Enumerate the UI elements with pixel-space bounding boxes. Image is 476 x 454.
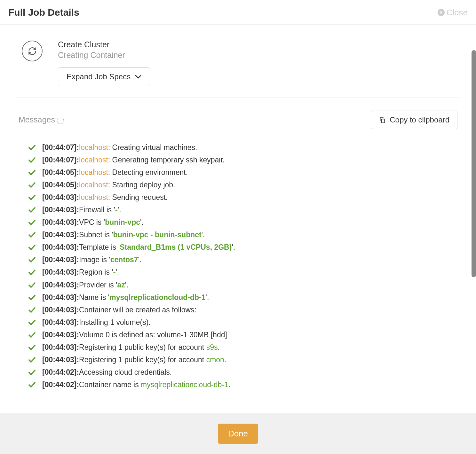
job-info: Create Cluster Creating Container Expand…	[58, 39, 150, 86]
log-text: '.	[202, 231, 205, 239]
log-row: [00:44:03]:Name is 'mysqlreplicationclou…	[28, 291, 457, 304]
check-icon	[28, 368, 36, 376]
page-title: Full Job Details	[8, 7, 79, 18]
check-icon	[28, 181, 36, 189]
log-row: [00:44:07]:localhost: Creating virtual m…	[28, 141, 457, 154]
expand-job-specs-button[interactable]: Expand Job Specs	[58, 67, 150, 86]
log-timestamp: [00:44:05]:	[42, 168, 79, 176]
log-link[interactable]: mysqlreplicationcloud-db-1	[141, 380, 228, 389]
log-message: Starting deploy job.	[112, 181, 175, 189]
log-row: [00:44:07]:localhost: Generating tempora…	[28, 154, 457, 166]
messages-header: Messages Copy to clipboard	[15, 111, 461, 129]
log-text: Region is '	[79, 268, 113, 276]
log-text: :	[108, 181, 112, 189]
check-icon	[28, 268, 36, 276]
check-icon	[28, 206, 36, 214]
check-icon	[28, 256, 36, 263]
log-row: [00:44:03]:Installing 1 volume(s).	[28, 316, 457, 329]
check-icon	[28, 243, 36, 251]
messages-section: Messages Copy to clipboard [00:44:07]:lo…	[15, 98, 461, 391]
log-text: Subnet is '	[79, 231, 113, 239]
log-text: Firewall is '	[79, 206, 115, 214]
log-timestamp: [00:44:03]:	[42, 268, 79, 276]
job-title: Create Cluster	[58, 39, 150, 50]
done-button[interactable]: Done	[218, 424, 258, 444]
log-timestamp: [00:44:03]:	[42, 218, 79, 226]
job-summary: Create Cluster Creating Container Expand…	[15, 25, 461, 98]
copy-to-clipboard-button[interactable]: Copy to clipboard	[371, 111, 457, 129]
log-value: mysqlreplicationcloud-db-1	[109, 293, 205, 301]
log-text: Image is '	[79, 255, 110, 264]
log-link[interactable]: cmon	[206, 356, 224, 364]
log-text: Name is '	[79, 293, 109, 301]
log-text: Provider is '	[79, 281, 117, 289]
log-row: [00:44:03]:Image is 'centos7'.	[28, 254, 457, 266]
log-text: :	[108, 193, 112, 201]
check-icon	[28, 144, 36, 151]
check-icon	[28, 168, 36, 176]
log-text: Registering 1 public key(s) for account	[79, 356, 206, 364]
log-row: [00:44:03]:VPC is 'bunin-vpc'.	[28, 216, 457, 229]
log-row: [00:44:03]:Subnet is 'bunin-vpc - bunin-…	[28, 229, 457, 241]
log-text: :	[108, 168, 112, 176]
copy-icon	[379, 116, 386, 123]
log-text: '.	[125, 281, 129, 289]
log-timestamp: [00:44:07]:	[42, 156, 79, 164]
log-row: [00:44:03]:Registering 1 public key(s) f…	[28, 354, 457, 366]
log-value: az	[117, 281, 125, 289]
log-row: [00:44:03]:Firewall is '-'.	[28, 204, 457, 216]
log-value: Standard_B1ms (1 vCPUs, 2GB)	[120, 243, 232, 251]
log-row: [00:44:05]:localhost: Detecting environm…	[28, 166, 457, 179]
scrollbar[interactable]	[472, 50, 476, 277]
log-row: [00:44:03]:Registering 1 public key(s) f…	[28, 341, 457, 354]
check-icon	[28, 356, 36, 364]
check-icon	[28, 306, 36, 314]
modal-footer: Done	[0, 413, 476, 454]
log-text: .	[218, 343, 219, 351]
log-list: [00:44:07]:localhost: Creating virtual m…	[15, 141, 461, 391]
log-host: localhost	[79, 193, 108, 201]
log-row: [00:44:03]:Region is '-'.	[28, 266, 457, 278]
log-host: localhost	[79, 168, 108, 176]
job-subtitle: Creating Container	[58, 51, 150, 60]
messages-label: Messages	[19, 115, 63, 124]
log-timestamp: [00:44:03]:	[42, 255, 79, 264]
log-timestamp: [00:44:03]:	[42, 231, 79, 239]
log-link[interactable]: s9s	[206, 343, 218, 351]
log-text: Registering 1 public key(s) for account	[79, 343, 206, 351]
log-value: centos7	[110, 255, 138, 264]
check-icon	[28, 381, 36, 388]
log-timestamp: [00:44:03]:	[42, 193, 79, 201]
log-message: Sending request.	[112, 193, 168, 201]
log-text: VPC is '	[79, 218, 105, 226]
check-icon	[28, 281, 36, 289]
log-timestamp: [00:44:03]:	[42, 356, 79, 364]
log-row: [00:44:03]:Template is 'Standard_B1ms (1…	[28, 241, 457, 254]
log-row: [00:44:03]:Container will be created as …	[28, 304, 457, 316]
log-timestamp: [00:44:03]:	[42, 343, 79, 351]
log-host: localhost	[79, 181, 108, 189]
log-text: '.	[138, 255, 142, 264]
modal: Full Job Details ✕ Close Create Cluster …	[0, 0, 476, 454]
log-message: Volume 0 is defined as: volume-1 30MB [h…	[79, 331, 227, 339]
log-text: Container name is	[79, 380, 141, 389]
check-icon	[28, 218, 36, 226]
log-message: Generating temporary ssh keypair.	[112, 156, 225, 164]
status-refresh-icon	[22, 41, 43, 61]
log-host: localhost	[79, 156, 108, 164]
log-message: Accessing cloud credentials.	[79, 368, 172, 376]
log-text: .	[228, 380, 230, 389]
close-button[interactable]: ✕ Close	[438, 8, 468, 18]
log-timestamp: [00:44:03]:	[42, 243, 79, 251]
copy-label: Copy to clipboard	[390, 115, 449, 124]
expand-label: Expand Job Specs	[67, 72, 131, 81]
log-text: :	[108, 143, 112, 152]
log-timestamp: [00:44:03]:	[42, 318, 79, 326]
log-timestamp: [00:44:02]:	[42, 368, 79, 376]
log-value: bunin-vpc	[105, 218, 140, 226]
check-icon	[28, 331, 36, 339]
log-host: localhost	[79, 143, 108, 152]
log-message: Container will be created as follows:	[79, 306, 196, 314]
check-icon	[28, 156, 36, 164]
modal-header: Full Job Details ✕ Close	[0, 0, 476, 25]
